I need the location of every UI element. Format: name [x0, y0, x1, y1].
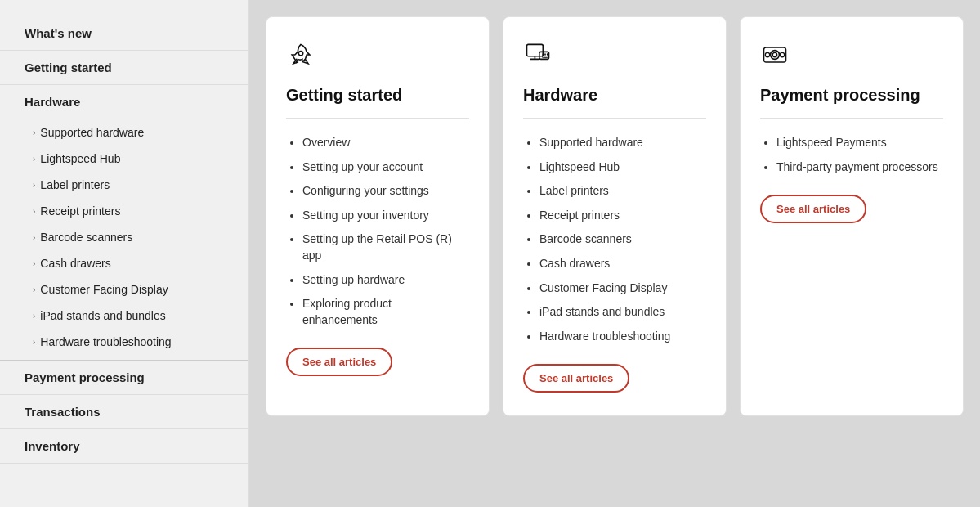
card-getting-started-list: Overview Setting up your account Configu…: [286, 135, 469, 328]
list-item[interactable]: Receipt printers: [539, 208, 706, 224]
chevron-icon: ›: [33, 233, 35, 242]
list-item[interactable]: Lightspeed Payments: [776, 135, 943, 151]
sidebar-item-supported-hardware[interactable]: › Supported hardware: [0, 119, 248, 146]
see-all-articles-button-getting-started[interactable]: See all articles: [286, 348, 392, 376]
monitor-icon: [523, 40, 706, 73]
svg-rect-4: [764, 47, 786, 62]
sidebar-item-transactions[interactable]: Transactions: [0, 395, 248, 429]
card-hardware: Hardware Supported hardware Lightspeed H…: [503, 16, 727, 416]
chevron-icon: ›: [33, 128, 35, 137]
sidebar-item-ipad-stands[interactable]: › iPad stands and bundles: [0, 303, 248, 329]
chevron-icon: ›: [33, 312, 35, 321]
see-all-articles-button-payment[interactable]: See all articles: [760, 195, 866, 223]
chevron-icon: ›: [33, 181, 35, 190]
rocket-icon: [286, 40, 469, 73]
list-item[interactable]: Exploring product enhancements: [302, 296, 469, 328]
svg-rect-1: [527, 44, 544, 56]
list-item[interactable]: Setting up your inventory: [302, 208, 469, 224]
sidebar-item-cash-drawers[interactable]: › Cash drawers: [0, 250, 248, 276]
sidebar-item-receipt-printers[interactable]: › Receipt printers: [0, 198, 248, 224]
svg-point-6: [772, 52, 776, 56]
list-item[interactable]: Overview: [302, 135, 469, 151]
chevron-icon: ›: [33, 285, 35, 294]
list-item[interactable]: Third-party payment processors: [776, 159, 943, 176]
chevron-icon: ›: [33, 155, 35, 164]
svg-point-8: [780, 52, 784, 56]
svg-point-7: [765, 52, 769, 56]
card-hardware-title: Hardware: [523, 86, 706, 119]
card-payment-list: Lightspeed Payments Third-party payment …: [760, 135, 943, 175]
sidebar-item-inventory[interactable]: Inventory: [0, 429, 248, 464]
sidebar-item-whats-new[interactable]: What's new: [0, 16, 248, 51]
main-content: Getting started Overview Setting up your…: [249, 0, 980, 507]
see-all-articles-button-hardware[interactable]: See all articles: [523, 364, 629, 393]
list-item[interactable]: Hardware troubleshooting: [539, 329, 706, 345]
list-item[interactable]: Label printers: [539, 183, 706, 200]
sidebar-item-payment-processing[interactable]: Payment processing: [0, 361, 248, 395]
sidebar-item-lightspeed-hub[interactable]: › Lightspeed Hub: [0, 146, 248, 172]
sidebar-item-barcode-scanners[interactable]: › Barcode scanners: [0, 224, 248, 250]
payment-icon: [760, 40, 943, 73]
list-item[interactable]: Customer Facing Display: [539, 280, 706, 297]
card-getting-started-title: Getting started: [286, 86, 469, 119]
svg-point-0: [298, 52, 302, 56]
list-item[interactable]: Barcode scanners: [539, 231, 706, 248]
list-item[interactable]: Cash drawers: [539, 256, 706, 272]
sidebar-item-hardware-troubleshooting[interactable]: › Hardware troubleshooting: [0, 329, 248, 355]
list-item[interactable]: Lightspeed Hub: [539, 159, 706, 176]
sidebar-item-label-printers[interactable]: › Label printers: [0, 172, 248, 198]
card-getting-started: Getting started Overview Setting up your…: [266, 16, 490, 416]
svg-rect-3: [542, 56, 548, 58]
sidebar-item-customer-facing-display[interactable]: › Customer Facing Display: [0, 276, 248, 303]
card-payment-processing: Payment processing Lightspeed Payments T…: [740, 16, 964, 416]
chevron-icon: ›: [33, 259, 35, 268]
list-item[interactable]: Setting up hardware: [302, 272, 469, 289]
list-item[interactable]: iPad stands and bundles: [539, 304, 706, 321]
sidebar: What's new Getting started Hardware › Su…: [0, 0, 249, 507]
chevron-icon: ›: [33, 338, 35, 347]
card-payment-title: Payment processing: [760, 86, 943, 119]
sidebar-item-hardware[interactable]: Hardware: [0, 85, 248, 119]
list-item[interactable]: Setting up the Retail POS (R) app: [302, 231, 469, 263]
chevron-icon: ›: [33, 207, 35, 216]
cards-container: Getting started Overview Setting up your…: [266, 16, 964, 416]
svg-rect-2: [539, 52, 549, 59]
sidebar-item-getting-started[interactable]: Getting started: [0, 51, 248, 85]
card-hardware-list: Supported hardware Lightspeed Hub Label …: [523, 135, 706, 344]
svg-point-5: [771, 51, 780, 60]
list-item[interactable]: Supported hardware: [539, 135, 706, 151]
list-item[interactable]: Configuring your settings: [302, 183, 469, 200]
list-item[interactable]: Setting up your account: [302, 159, 469, 176]
